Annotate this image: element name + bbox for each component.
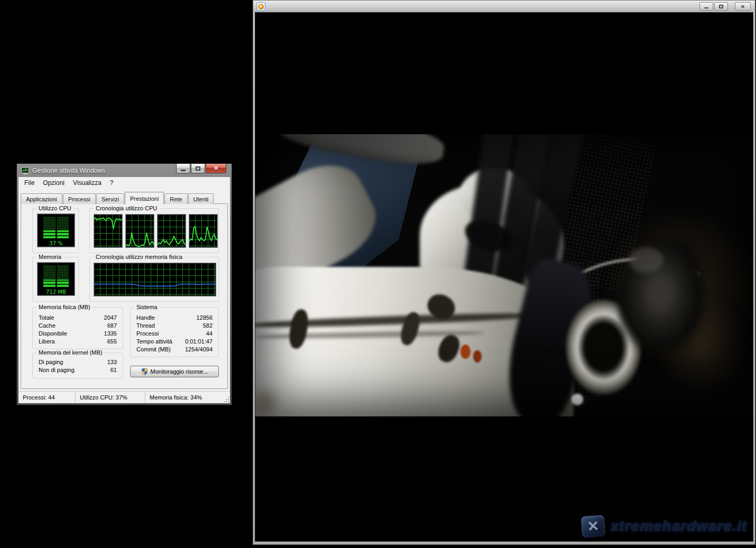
cpu-gauge-leds: [43, 217, 69, 238]
table-row: Disponibile1335: [39, 330, 117, 338]
kernel-memory-group: Memoria del kernel (MB) Di paging133 Non…: [32, 352, 123, 379]
media-player-caption-buttons: ✕: [699, 2, 752, 11]
table-row: Processi44: [136, 330, 213, 338]
table-row: Cache687: [39, 322, 117, 330]
physical-memory-table: Totale2047 Cache687 Disponibile1335 Libe…: [39, 314, 117, 346]
play-triangle-icon: [260, 5, 262, 8]
table-row: Thread582: [136, 322, 213, 330]
play-disc-icon: [258, 4, 264, 10]
system-table: Handle12856 Thread582 Processi44 Tempo a…: [136, 314, 213, 354]
task-manager-titlebar[interactable]: Gestione attività Windows ✕: [17, 164, 232, 177]
status-bar: Processi: 44 Utilizzo CPU: 37% Memoria f…: [19, 391, 230, 403]
cpu-gauge-lit: [43, 230, 56, 238]
cpu-usage-gauge: 37 %: [37, 213, 75, 247]
close-icon: ✕: [214, 165, 218, 172]
cpu-history-graph-1: [94, 214, 123, 248]
minimize-icon: [704, 7, 708, 8]
table-row: Handle12856: [136, 314, 213, 322]
video-image: [255, 134, 753, 416]
tab-utenti[interactable]: Utenti: [188, 193, 214, 204]
memory-gauge-lit: [57, 280, 69, 287]
minimize-button[interactable]: [176, 164, 190, 173]
maximize-icon: [196, 166, 200, 171]
window-title: Gestione attività Windows: [32, 167, 105, 174]
menu-help[interactable]: ?: [106, 178, 118, 188]
desktop: Gestione attività Windows ✕ File Opzioni…: [0, 0, 756, 548]
media-player-titlebar[interactable]: ✕: [253, 1, 755, 12]
task-manager-client-area: File Opzioni Visualizza ? Applicazioni P…: [19, 177, 230, 403]
row-label: Processi: [136, 330, 159, 338]
row-label: Libera: [39, 338, 55, 346]
media-player-window: ✕: [253, 0, 755, 545]
cpu-usage-group-label: Utilizzo CPU: [36, 205, 73, 212]
memory-history-graph: [94, 263, 216, 296]
row-value: 61: [110, 366, 117, 374]
memory-gauge-led-column: [57, 265, 69, 287]
row-label: Totale: [39, 314, 54, 322]
memory-gauge-lit: [43, 280, 56, 287]
task-manager-icon[interactable]: [21, 167, 29, 174]
maximize-button[interactable]: [714, 2, 728, 11]
minimize-icon: [181, 170, 186, 171]
row-label: Non di paging: [39, 366, 75, 374]
uac-shield-icon: [141, 368, 148, 375]
system-group-label: Sistema: [134, 304, 160, 311]
memory-history-graphs: [94, 263, 216, 296]
video-area[interactable]: ✕ xtremehardware.it: [255, 12, 753, 542]
row-value: 2047: [104, 314, 117, 322]
row-label: Thread: [136, 322, 155, 330]
cpu-history-group-label: Cronologia utilizzo CPU: [94, 205, 159, 212]
close-button[interactable]: ✕: [206, 164, 226, 173]
physical-memory-group-label: Memoria fisica (MB): [36, 304, 93, 311]
table-row: Non di paging61: [39, 366, 117, 374]
watermark: ✕ xtremehardware.it: [581, 515, 747, 537]
status-physical-memory: Memoria fisica: 34%: [145, 392, 230, 403]
close-icon: ✕: [741, 4, 745, 10]
cpu-history-graphs: [94, 214, 218, 248]
row-value: 1335: [104, 330, 117, 338]
table-row: Libera655: [39, 338, 117, 346]
memory-gauge: 712 MB: [37, 262, 75, 296]
memory-history-group: Cronologia utilizzo memoria fisica: [89, 257, 219, 302]
tab-processi[interactable]: Processi: [63, 193, 96, 204]
physical-memory-group: Memoria fisica (MB) Totale2047 Cache687 …: [32, 307, 123, 349]
resource-monitor-label: Monitoraggio risorse...: [151, 368, 208, 375]
tab-servizi[interactable]: Servizi: [96, 193, 124, 204]
cpu-history-group: Cronologia utilizzo CPU: [89, 208, 219, 253]
memory-gauge-leds: [43, 265, 69, 287]
cpu-history-graph-3: [157, 214, 186, 248]
row-value: 44: [206, 330, 213, 338]
memory-gauge-led-column: [43, 265, 56, 287]
media-player-icon[interactable]: [256, 2, 265, 11]
memory-history-group-label: Cronologia utilizzo memoria fisica: [94, 254, 185, 261]
row-label: Disponibile: [39, 330, 67, 338]
menu-opzioni[interactable]: Opzioni: [39, 178, 69, 188]
row-value: 582: [203, 322, 213, 330]
tab-rete[interactable]: Rete: [164, 193, 187, 204]
system-group: Sistema Handle12856 Thread582 Processi44…: [130, 307, 219, 357]
table-row: Commit (MB)1254/4094: [136, 346, 213, 354]
cpu-gauge-lit: [57, 230, 69, 238]
status-cpu: Utilizzo CPU: 37%: [76, 392, 145, 403]
resource-monitor-button[interactable]: Monitoraggio risorse...: [130, 366, 219, 377]
row-value: 687: [107, 322, 117, 330]
cpu-history-graph-2: [125, 214, 154, 248]
table-row: Di paging133: [39, 358, 117, 366]
tab-prestazioni[interactable]: Prestazioni: [125, 192, 164, 204]
maximize-button[interactable]: [191, 164, 205, 173]
cpu-usage-group: Utilizzo CPU 37 %: [32, 208, 79, 253]
row-label: Commit (MB): [136, 346, 171, 354]
minimize-button[interactable]: [699, 2, 713, 11]
row-label: Cache: [39, 322, 56, 330]
menu-visualizza[interactable]: Visualizza: [69, 178, 106, 188]
xtremehardware-logo-icon: ✕: [580, 514, 606, 538]
scene-vignette: [255, 134, 753, 416]
tab-applicazioni[interactable]: Applicazioni: [21, 193, 62, 204]
row-value: 1254/4094: [185, 346, 213, 354]
close-button[interactable]: ✕: [735, 2, 751, 11]
row-value: 133: [107, 358, 117, 366]
memory-group-label: Memoria: [36, 254, 63, 261]
menu-bar: File Opzioni Visualizza ?: [19, 177, 230, 188]
menu-file[interactable]: File: [20, 178, 39, 188]
table-row: Totale2047: [39, 314, 117, 322]
